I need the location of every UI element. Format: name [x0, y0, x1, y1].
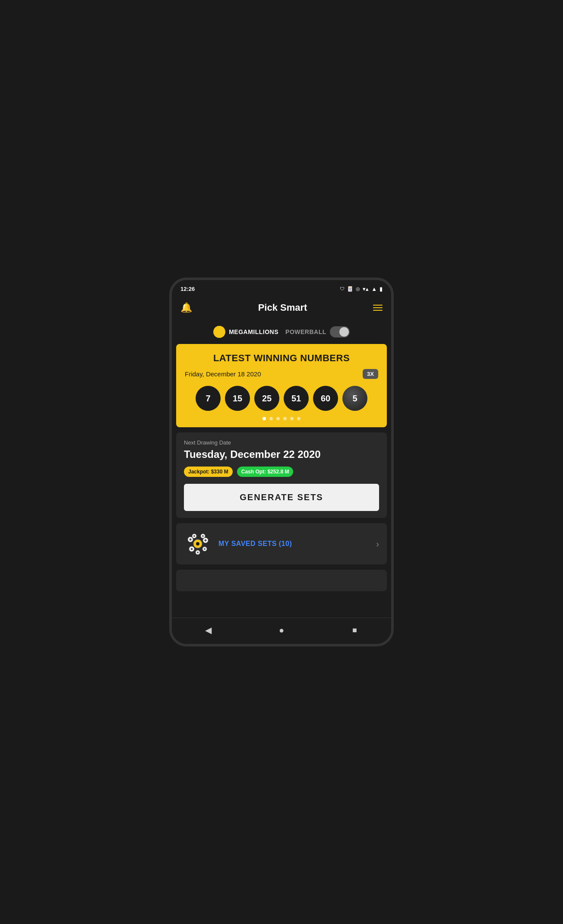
app-title: Pick Smart [258, 302, 307, 313]
megamillions-circle [213, 326, 225, 338]
status-icons: 🛡 🃏 ◎ ▾▴ ▲ ▮ [340, 286, 383, 292]
winning-numbers-card: LATEST WINNING NUMBERS Friday, December … [176, 344, 387, 427]
ball-2: 15 [225, 386, 250, 411]
app-header: 🔔 Pick Smart [172, 296, 391, 320]
main-content: MEGAMILLIONS POWERBALL LATEST WINNING NU… [172, 320, 391, 618]
svg-point-7 [202, 535, 204, 537]
nav-recent-button[interactable] [347, 622, 362, 638]
winning-date-row: Friday, December 18 2020 3X [183, 369, 380, 379]
winning-date: Friday, December 18 2020 [185, 370, 261, 378]
generate-sets-button[interactable]: GENERATE SETS [184, 484, 379, 511]
game-toggle-row: MEGAMILLIONS POWERBALL [172, 320, 391, 344]
bell-icon[interactable]: 🔔 [180, 302, 192, 313]
ball-5: 60 [313, 386, 338, 411]
saved-sets-label: MY SAVED SETS (10) [218, 540, 369, 548]
toggle-knob [339, 327, 349, 337]
ball-4: 51 [284, 386, 309, 411]
carousel-dots [183, 417, 380, 420]
powerball-label: POWERBALL [285, 328, 326, 335]
megamillions-label: MEGAMILLIONS [229, 328, 278, 335]
winning-numbers-title: LATEST WINNING NUMBERS [183, 353, 380, 364]
jackpot-badge: Jackpot: $330 M [184, 467, 233, 477]
nav-bar [172, 618, 391, 644]
dot-4[interactable] [283, 417, 287, 420]
status-bar: 12:26 🛡 🃏 ◎ ▾▴ ▲ ▮ [172, 280, 391, 296]
shield-status-icon: 🛡 [340, 286, 345, 291]
ball-1: 7 [196, 386, 221, 411]
data-status-icon: ◎ [356, 286, 360, 292]
next-drawing-card: Next Drawing Date Tuesday, December 22 2… [176, 432, 387, 518]
powerball-toggle[interactable]: POWERBALL [285, 326, 350, 337]
ball-3: 25 [254, 386, 279, 411]
svg-point-15 [197, 552, 199, 553]
battery-icon: ▮ [380, 286, 383, 292]
cash-opt-badge: Cash Opt: $252.8 M [237, 467, 294, 477]
nav-home-button[interactable] [274, 622, 289, 638]
multiplier-badge: 3X [363, 369, 378, 379]
saved-sets-icon [184, 530, 212, 558]
ball-mega: 5 [342, 386, 367, 411]
saved-sets-card[interactable]: MY SAVED SETS (10) › [176, 523, 387, 564]
svg-point-3 [190, 539, 192, 541]
jackpot-row: Jackpot: $330 M Cash Opt: $252.8 M [184, 467, 379, 477]
bottom-card-placeholder [176, 570, 387, 591]
megamillions-toggle[interactable]: MEGAMILLIONS [213, 326, 278, 338]
balls-row: 7 15 25 51 60 5 [183, 386, 380, 411]
svg-point-5 [193, 535, 195, 537]
dot-2[interactable] [269, 417, 273, 420]
next-drawing-date: Tuesday, December 22 2020 [184, 448, 379, 460]
svg-point-9 [205, 539, 207, 542]
chevron-right-icon: › [376, 539, 379, 549]
powerball-switch[interactable] [330, 326, 350, 337]
next-drawing-label: Next Drawing Date [184, 439, 379, 446]
svg-point-13 [191, 548, 193, 550]
dot-3[interactable] [276, 417, 280, 420]
hamburger-menu-icon[interactable] [373, 305, 383, 311]
signal-icon: ▲ [371, 286, 377, 292]
svg-point-11 [204, 548, 206, 550]
wifi-icon: ▾▴ [363, 286, 369, 292]
nav-back-button[interactable] [201, 622, 216, 638]
dot-6[interactable] [297, 417, 300, 420]
svg-point-1 [196, 542, 199, 546]
dot-1[interactable] [263, 417, 266, 420]
dot-5[interactable] [290, 417, 294, 420]
phone-frame: 12:26 🛡 🃏 ◎ ▾▴ ▲ ▮ 🔔 Pick Smart MEGAMILL… [169, 278, 394, 646]
sim-status-icon: 🃏 [347, 286, 353, 292]
status-time: 12:26 [180, 286, 195, 292]
